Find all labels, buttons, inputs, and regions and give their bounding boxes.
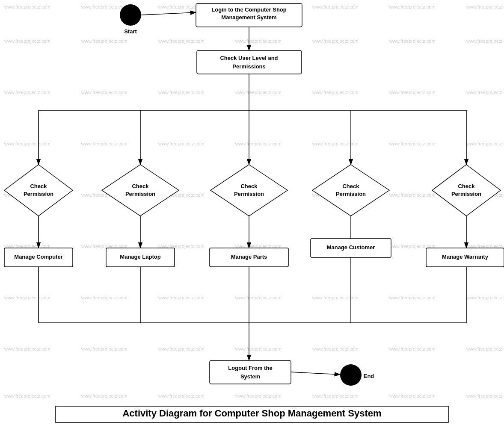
manage-warranty-text: Manage Warranty <box>442 254 489 260</box>
svg-text:www.freeprojectz.com: www.freeprojectz.com <box>389 346 436 351</box>
svg-text:www.freeprojectz.com: www.freeprojectz.com <box>312 295 359 300</box>
svg-line-89 <box>291 372 340 375</box>
svg-text:www.freeprojectz.com: www.freeprojectz.com <box>312 38 359 44</box>
end-label: End <box>364 373 374 379</box>
check-perm5-text2: Permission <box>451 191 481 197</box>
svg-text:www.freeprojectz.com: www.freeprojectz.com <box>81 38 127 44</box>
svg-text:www.freeprojectz.com: www.freeprojectz.com <box>235 141 282 146</box>
manage-customer-text: Manage Customer <box>327 244 375 251</box>
svg-text:www.freeprojectz.com: www.freeprojectz.com <box>312 393 359 398</box>
logout-text2: System <box>240 373 260 380</box>
check-perm3-text1: Check <box>240 183 258 189</box>
svg-text:www.freeprojectz.com: www.freeprojectz.com <box>466 393 504 398</box>
svg-text:www.freeprojectz.com: www.freeprojectz.com <box>312 90 359 95</box>
svg-text:www.freeprojectz.com: www.freeprojectz.com <box>235 90 282 95</box>
manage-parts-text: Manage Parts <box>231 254 267 260</box>
svg-text:www.freeprojectz.com: www.freeprojectz.com <box>389 38 436 44</box>
start-label: Start <box>124 28 137 35</box>
start-circle <box>120 4 141 26</box>
check-perm5-text1: Check <box>458 183 475 189</box>
check-perm2-diamond <box>102 165 179 216</box>
check-user-level-text2: Permissions <box>232 63 265 70</box>
check-perm1-text2: Permission <box>24 191 53 197</box>
svg-text:www.freeprojectz.com: www.freeprojectz.com <box>158 393 205 398</box>
check-perm3-diamond <box>210 165 288 216</box>
svg-text:www.freeprojectz.com: www.freeprojectz.com <box>81 141 127 146</box>
svg-text:www.freeprojectz.com: www.freeprojectz.com <box>4 346 50 351</box>
svg-text:www.freeprojectz.com: www.freeprojectz.com <box>81 393 127 398</box>
svg-text:www.freeprojectz.com: www.freeprojectz.com <box>4 38 50 44</box>
logout-text1: Logout From the <box>228 365 272 371</box>
svg-text:www.freeprojectz.com: www.freeprojectz.com <box>312 346 359 351</box>
svg-text:www.freeprojectz.com: www.freeprojectz.com <box>235 38 282 44</box>
svg-text:www.freeprojectz.com: www.freeprojectz.com <box>4 90 50 95</box>
svg-text:www.freeprojectz.com: www.freeprojectz.com <box>158 346 205 351</box>
check-perm4-text2: Permission <box>336 191 366 197</box>
svg-text:www.freeprojectz.com: www.freeprojectz.com <box>235 346 282 351</box>
check-user-level-node <box>197 50 302 74</box>
svg-text:www.freeprojectz.com: www.freeprojectz.com <box>4 4 50 9</box>
svg-text:www.freeprojectz.com: www.freeprojectz.com <box>312 4 359 9</box>
check-user-level-text1: Check User Level and <box>220 55 278 61</box>
check-perm1-text1: Check <box>30 183 47 189</box>
svg-text:www.freeprojectz.com: www.freeprojectz.com <box>81 346 127 351</box>
manage-computer-text: Manage Computer <box>14 254 62 260</box>
svg-text:www.freeprojectz.com: www.freeprojectz.com <box>158 141 205 146</box>
manage-laptop-text: Manage Laptop <box>120 254 160 260</box>
svg-text:www.freeprojectz.com: www.freeprojectz.com <box>466 141 504 146</box>
svg-text:www.freeprojectz.com: www.freeprojectz.com <box>389 141 436 146</box>
check-perm3-text2: Permission <box>234 191 264 197</box>
svg-text:www.freeprojectz.com: www.freeprojectz.com <box>389 192 436 198</box>
svg-text:www.freeprojectz.com: www.freeprojectz.com <box>466 38 504 44</box>
svg-text:www.freeprojectz.com: www.freeprojectz.com <box>389 4 436 9</box>
svg-text:www.freeprojectz.com: www.freeprojectz.com <box>4 295 50 300</box>
svg-text:www.freeprojectz.com: www.freeprojectz.com <box>4 393 50 398</box>
svg-text:www.freeprojectz.com: www.freeprojectz.com <box>235 393 282 398</box>
end-circle <box>340 364 362 386</box>
svg-text:www.freeprojectz.com: www.freeprojectz.com <box>81 4 127 9</box>
diagram-container: www.freeprojectz.com www.freeprojectz.co… <box>0 0 504 425</box>
check-perm1-diamond <box>4 165 73 216</box>
check-perm2-text2: Permission <box>125 191 155 197</box>
logout-node <box>210 360 291 384</box>
svg-text:www.freeprojectz.com: www.freeprojectz.com <box>466 346 504 351</box>
svg-text:www.freeprojectz.com: www.freeprojectz.com <box>389 393 436 398</box>
svg-line-64 <box>141 12 196 15</box>
svg-text:www.freeprojectz.com: www.freeprojectz.com <box>158 38 205 44</box>
login-text2: Management System <box>221 14 276 21</box>
svg-text:www.freeprojectz.com: www.freeprojectz.com <box>81 90 127 95</box>
check-perm4-text1: Check <box>342 183 359 189</box>
svg-text:www.freeprojectz.com: www.freeprojectz.com <box>466 90 504 95</box>
check-perm4-diamond <box>312 165 389 216</box>
svg-text:www.freeprojectz.com: www.freeprojectz.com <box>389 90 436 95</box>
svg-text:www.freeprojectz.com: www.freeprojectz.com <box>389 295 436 300</box>
svg-text:www.freeprojectz.com: www.freeprojectz.com <box>235 295 282 300</box>
svg-text:www.freeprojectz.com: www.freeprojectz.com <box>158 295 205 300</box>
svg-text:www.freeprojectz.com: www.freeprojectz.com <box>466 4 504 9</box>
check-perm2-text1: Check <box>132 183 149 189</box>
svg-text:www.freeprojectz.com: www.freeprojectz.com <box>4 141 50 146</box>
diagram-title: Activity Diagram for Computer Shop Manag… <box>122 408 381 419</box>
svg-text:www.freeprojectz.com: www.freeprojectz.com <box>466 295 504 300</box>
login-text: Login to the Computer Shop <box>211 6 287 13</box>
svg-text:www.freeprojectz.com: www.freeprojectz.com <box>158 90 205 95</box>
check-perm5-diamond <box>432 165 501 216</box>
svg-text:www.freeprojectz.com: www.freeprojectz.com <box>312 141 359 146</box>
svg-text:www.freeprojectz.com: www.freeprojectz.com <box>81 295 127 300</box>
